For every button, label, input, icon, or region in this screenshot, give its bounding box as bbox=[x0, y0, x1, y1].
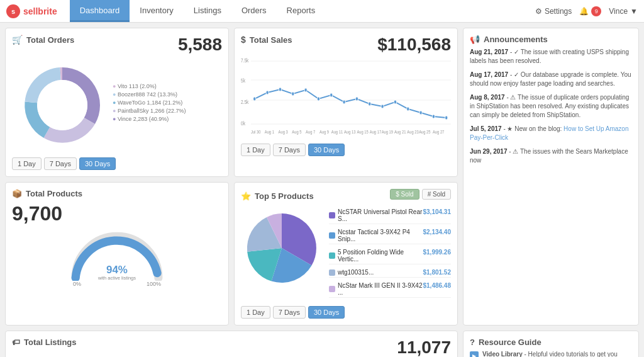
nav-tab-listings[interactable]: Listings bbox=[184, 0, 231, 22]
star-icon: ⭐ bbox=[241, 191, 251, 201]
user-menu[interactable]: Vince ▼ bbox=[609, 7, 638, 16]
top5-name-4: wtg100315... bbox=[329, 269, 423, 276]
top5-item-3: 5 Position Folding Wide Vertic... $1,999… bbox=[329, 247, 451, 264]
svg-point-11 bbox=[279, 88, 281, 91]
donut-label-vito: ● Vito 113 (2.0%) bbox=[113, 83, 222, 89]
gauge-max: 100% bbox=[147, 281, 161, 287]
total-products-card: 📦 Total Products 9,700 94% with active l… bbox=[5, 182, 229, 326]
resource-video-text: Video Library - Helpful video tutorials … bbox=[482, 351, 632, 357]
svg-point-14 bbox=[317, 97, 319, 101]
svg-point-13 bbox=[304, 88, 307, 92]
sales-7days-btn[interactable]: 7 Days bbox=[273, 144, 306, 156]
resource-guide-title: Resource Guide bbox=[479, 337, 541, 347]
svg-text:Aug 23: Aug 23 bbox=[407, 129, 418, 135]
gauge-chart: 94% with active listings bbox=[67, 230, 167, 281]
announcements-card: 📢 Announcements Aug 21, 2017 - ✓ The iss… bbox=[463, 28, 639, 326]
svg-text:Aug 3: Aug 3 bbox=[279, 129, 288, 135]
donut-chart bbox=[12, 55, 113, 152]
box-icon: 📦 bbox=[12, 189, 22, 198]
total-orders-header: 🛒 Total Orders bbox=[12, 35, 74, 45]
top5-pie-chart bbox=[241, 207, 323, 289]
donut-label-wavetogo: ● WaveToGo 1,184 (21.2%) bbox=[113, 99, 222, 106]
svg-text:Aug 1: Aug 1 bbox=[265, 129, 274, 135]
logo-text: sellbrite bbox=[23, 6, 57, 16]
sales-1day-btn[interactable]: 1 Day bbox=[241, 144, 270, 156]
ann-item-5: Jun 29, 2017 - ⚠ The issues with the Sea… bbox=[470, 147, 632, 165]
notifications-button[interactable]: 🔔 9 bbox=[579, 6, 601, 16]
svg-text:Aug 7: Aug 7 bbox=[306, 129, 315, 135]
listings-header: 🏷 Total Listings 11,077 bbox=[12, 337, 451, 357]
user-label: Vince bbox=[609, 7, 628, 16]
svg-point-17 bbox=[355, 97, 358, 101]
nav-tabs: Dashboard Inventory Listings Orders Repo… bbox=[70, 0, 535, 22]
resource-guide-header: ? Resource Guide bbox=[470, 337, 632, 347]
ann-item-2: Aug 17, 2017 - ✓ Our database upgrade is… bbox=[470, 71, 632, 88]
donut-label-vince: ● Vince 2,283 (40.9%) bbox=[113, 116, 222, 122]
svg-point-20 bbox=[394, 100, 396, 104]
total-orders-value: 5,588 bbox=[178, 35, 222, 55]
svg-point-24 bbox=[445, 116, 448, 120]
top-navigation: s sellbrite Dashboard Inventory Listings… bbox=[0, 0, 644, 23]
tag-icon: 🏷 bbox=[12, 337, 20, 347]
svg-point-0 bbox=[37, 80, 87, 130]
cart-icon: 🛒 bbox=[12, 35, 23, 45]
top5-1day-btn[interactable]: 1 Day bbox=[241, 306, 270, 319]
top5-item-4: wtg100315... $1,801.52 bbox=[329, 268, 451, 278]
orders-time-buttons: 1 Day 7 Days 30 Days bbox=[12, 157, 222, 170]
top5-dot-1 bbox=[329, 212, 335, 218]
top5-val-3: $1,999.26 bbox=[423, 249, 452, 263]
dashboard: 🛒 Total Orders 5,588 bbox=[0, 23, 644, 357]
settings-button[interactable]: ⚙ Settings bbox=[535, 7, 572, 16]
top5-val-5: $1,486.48 bbox=[423, 282, 452, 296]
total-products-header: 📦 Total Products bbox=[12, 189, 222, 198]
orders-1day-btn[interactable]: 1 Day bbox=[12, 157, 42, 170]
total-sales-header: $ Total Sales bbox=[241, 35, 292, 45]
top5-toggle: $ Sold # Sold bbox=[390, 189, 451, 200]
top5-30days-btn[interactable]: 30 Days bbox=[308, 306, 345, 319]
sales-30days-btn[interactable]: 30 Days bbox=[308, 144, 345, 156]
logo[interactable]: s sellbrite bbox=[6, 4, 57, 18]
ann-star-icon-4: - ★ bbox=[503, 125, 514, 132]
nav-tab-inventory[interactable]: Inventory bbox=[130, 0, 183, 22]
logo-icon: s bbox=[6, 4, 20, 18]
gauge-min: 0% bbox=[73, 281, 81, 287]
ann-date-5: Jun 29, 2017 bbox=[470, 148, 507, 155]
total-orders-title: Total Orders bbox=[26, 35, 74, 45]
notifications-badge: 9 bbox=[591, 6, 601, 16]
total-listings-value: 11,077 bbox=[397, 337, 451, 357]
orders-7days-btn[interactable]: 7 Days bbox=[44, 157, 77, 170]
svg-text:Aug 13: Aug 13 bbox=[344, 129, 355, 135]
donut-label-boozer: ● Boozer888 742 (13.3%) bbox=[113, 91, 222, 98]
donut-label-paintball: ● PaintballSky 1,266 (22.7%) bbox=[113, 108, 222, 114]
top5-val-4: $1,801.52 bbox=[423, 269, 452, 276]
dollar-icon: $ bbox=[241, 35, 246, 45]
ann-item-4: Jul 5, 2017 - ★ New on the blog: How to … bbox=[470, 125, 632, 142]
nav-tab-orders[interactable]: Orders bbox=[231, 0, 277, 22]
top5-title: Top 5 Products bbox=[255, 191, 314, 201]
svg-text:0k: 0k bbox=[241, 120, 245, 127]
top5-val-2: $2,134.40 bbox=[423, 229, 452, 242]
total-sales-card: $ Total Sales $110,568 7.5k 5k 2.5k 0k bbox=[234, 28, 458, 177]
top5-inner: NcSTAR Universal Pistol Rear S... $3,104… bbox=[241, 207, 451, 301]
top5-val-1: $3,104.31 bbox=[423, 208, 452, 222]
top5-label-2: Ncstar Tactical 3-9X42 P4 Snip... bbox=[338, 229, 423, 242]
nav-tab-dashboard[interactable]: Dashboard bbox=[70, 0, 130, 22]
svg-text:94%: 94% bbox=[106, 264, 128, 276]
svg-point-22 bbox=[419, 111, 422, 115]
orders-30days-btn[interactable]: 30 Days bbox=[79, 157, 116, 170]
ann-warn-icon-3: - ⚠ bbox=[506, 94, 518, 101]
top5-dot-4 bbox=[329, 269, 335, 276]
svg-point-16 bbox=[343, 100, 345, 104]
svg-text:Aug 17: Aug 17 bbox=[370, 129, 381, 135]
svg-text:2.5k: 2.5k bbox=[241, 99, 248, 105]
announcements-header: 📢 Announcements bbox=[470, 35, 632, 44]
top5-sold-count-btn[interactable]: # Sold bbox=[422, 189, 451, 200]
top5-sold-dollar-btn[interactable]: $ Sold bbox=[390, 189, 419, 200]
svg-text:with active listings: with active listings bbox=[97, 275, 136, 281]
top5-7days-btn[interactable]: 7 Days bbox=[273, 306, 306, 319]
svg-text:Aug 11: Aug 11 bbox=[331, 129, 343, 135]
total-products-value: 9,700 bbox=[12, 202, 222, 225]
svg-text:5k: 5k bbox=[241, 77, 245, 84]
top5-dot-3 bbox=[329, 252, 335, 259]
nav-tab-reports[interactable]: Reports bbox=[277, 0, 326, 22]
